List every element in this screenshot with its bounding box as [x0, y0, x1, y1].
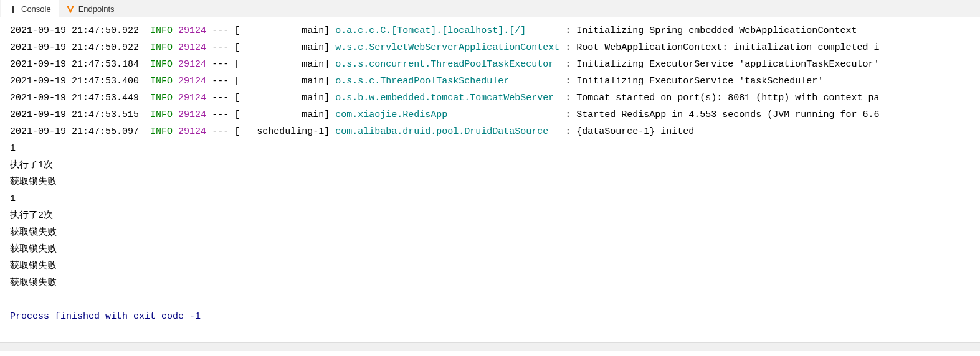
log-line: 2021-09-19 21:47:53.449 INFO 29124 --- [… — [10, 90, 970, 106]
console-output[interactable]: 2021-09-19 21:47:50.922 INFO 29124 --- [… — [0, 17, 980, 330]
log-line: 获取锁失败 — [10, 258, 970, 274]
log-line: 获取锁失败 — [10, 224, 970, 241]
svg-point-2 — [72, 6, 74, 7]
log-line: 2021-09-19 21:47:50.922 INFO 29124 --- [… — [10, 39, 970, 56]
tab-endpoints-label: Endpoints — [78, 4, 115, 14]
log-line: 执行了1次 — [10, 157, 970, 174]
tabs-bar: Console Endpoints — [0, 0, 980, 17]
endpoints-icon — [66, 5, 75, 14]
log-line: 2021-09-19 21:47:53.184 INFO 29124 --- [… — [10, 56, 970, 73]
log-line: 1 — [10, 140, 970, 157]
log-line: 2021-09-19 21:47:55.097 INFO 29124 --- [… — [10, 123, 970, 140]
console-icon — [9, 5, 17, 14]
tab-console-label: Console — [21, 4, 51, 14]
log-line: 获取锁失败 — [10, 274, 970, 291]
horizontal-scrollbar[interactable] — [0, 342, 980, 351]
log-line: 获取锁失败 — [10, 174, 970, 190]
log-line: 2021-09-19 21:47:53.400 INFO 29124 --- [… — [10, 73, 970, 90]
svg-point-1 — [69, 11, 71, 12]
log-line: 1 — [10, 190, 970, 207]
log-line: 2021-09-19 21:47:53.515 INFO 29124 --- [… — [10, 106, 970, 123]
log-line — [10, 291, 970, 308]
log-line: 获取锁失败 — [10, 241, 970, 258]
log-line: 执行了2次 — [10, 207, 970, 224]
tab-endpoints[interactable]: Endpoints — [59, 0, 122, 17]
svg-point-0 — [67, 6, 69, 7]
log-line: 2021-09-19 21:47:50.922 INFO 29124 --- [… — [10, 22, 970, 39]
tab-console[interactable]: Console — [1, 0, 59, 17]
log-line: Process finished with exit code -1 — [10, 308, 970, 325]
